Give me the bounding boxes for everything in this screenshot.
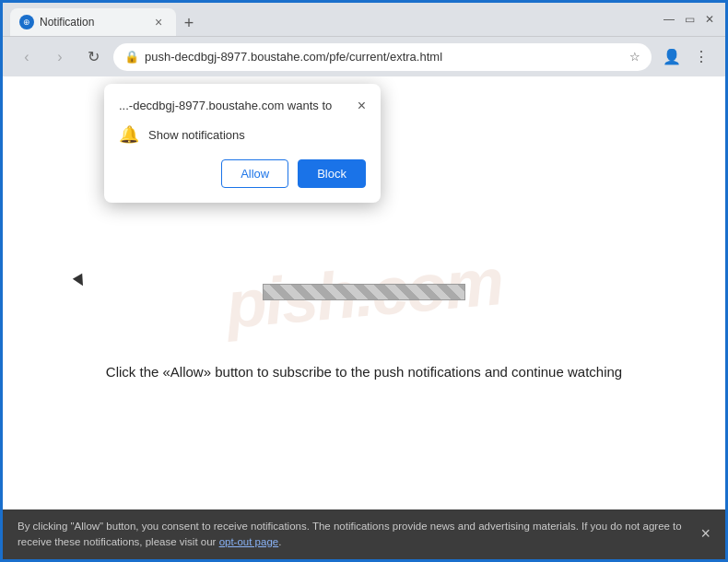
banner-close-button[interactable]: × [700, 521, 710, 546]
popup-buttons: Allow Block [119, 159, 366, 188]
tab-area: ⊕ Notification × + [10, 3, 648, 36]
tab-title: Notification [40, 16, 94, 29]
popup-notification-row: 🔔 Show notifications [119, 124, 366, 145]
mouse-cursor [75, 275, 86, 292]
block-button[interactable]: Block [298, 159, 366, 188]
page-content: pish.com Click the «Allow» button to sub… [3, 76, 725, 509]
instruction-label: Click the «Allow» button to subscribe to… [106, 364, 622, 380]
back-button[interactable]: ‹ [14, 44, 40, 70]
instruction-text: Click the «Allow» button to subscribe to… [3, 364, 725, 380]
toolbar-icons: 👤 ⋮ [659, 44, 714, 70]
tab-close-button[interactable]: × [150, 14, 167, 30]
bottom-banner: By clicking "Allow" button, you consent … [3, 509, 725, 560]
active-tab[interactable]: ⊕ Notification × [10, 8, 176, 36]
loading-bar-container [263, 284, 465, 300]
window-controls: — ▭ ✕ [661, 11, 718, 28]
notification-popup: ...-decdbgj-8977.boustahe.com wants to ×… [104, 84, 381, 203]
notification-label: Show notifications [148, 128, 245, 142]
url-bar[interactable]: 🔒 push-decdbgj-8977.boustahe.com/pfe/cur… [113, 43, 652, 71]
opt-out-link[interactable]: opt-out page [219, 536, 279, 547]
url-text: push-decdbgj-8977.boustahe.com/pfe/curre… [145, 50, 442, 64]
refresh-button[interactable]: ↻ [80, 44, 106, 70]
banner-text: By clicking "Allow" button, you consent … [18, 519, 691, 551]
address-bar: ‹ › ↻ 🔒 push-decdbgj-8977.boustahe.com/p… [3, 36, 725, 76]
allow-button[interactable]: Allow [221, 159, 288, 188]
browser-frame: ⊕ Notification × + — ▭ ✕ ‹ › ↻ 🔒 push-de… [0, 0, 728, 562]
title-bar: ⊕ Notification × + — ▭ ✕ [3, 3, 725, 36]
popup-title: ...-decdbgj-8977.boustahe.com wants to [119, 99, 332, 112]
maximize-button[interactable]: ▭ [681, 11, 698, 28]
loading-bar [263, 284, 465, 300]
new-tab-button[interactable]: + [176, 10, 202, 36]
popup-close-button[interactable]: × [358, 99, 366, 113]
popup-header: ...-decdbgj-8977.boustahe.com wants to × [119, 99, 366, 113]
forward-button[interactable]: › [47, 44, 73, 70]
lock-icon: 🔒 [124, 50, 139, 64]
minimize-button[interactable]: — [661, 11, 677, 28]
bell-icon: 🔔 [119, 124, 139, 145]
close-button[interactable]: ✕ [701, 11, 718, 28]
profile-icon[interactable]: 👤 [659, 44, 685, 70]
menu-icon[interactable]: ⋮ [688, 44, 714, 70]
tab-favicon: ⊕ [19, 15, 34, 29]
bookmark-icon[interactable]: ☆ [629, 50, 640, 64]
